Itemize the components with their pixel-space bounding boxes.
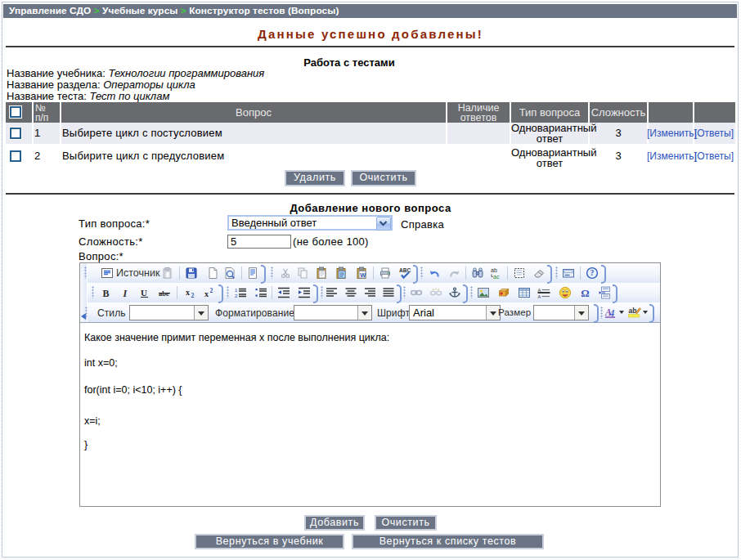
svg-text:2: 2 xyxy=(210,287,213,294)
svg-text:2: 2 xyxy=(235,293,238,298)
svg-text:A: A xyxy=(538,294,541,299)
svg-text:x: x xyxy=(204,289,209,298)
svg-text:ab: ab xyxy=(629,307,637,315)
svg-text:1: 1 xyxy=(235,288,238,293)
svg-text:2: 2 xyxy=(191,292,195,299)
svg-text:ABC: ABC xyxy=(399,267,411,273)
svg-text:x: x xyxy=(186,288,190,297)
svg-text:Ω: Ω xyxy=(581,287,589,299)
svg-text:I: I xyxy=(123,288,128,299)
svg-text:ab: ab xyxy=(491,267,497,273)
svg-text:?: ? xyxy=(591,269,595,277)
svg-text:4: 4 xyxy=(609,308,615,318)
svg-text:B: B xyxy=(103,288,110,299)
svg-text:ac: ac xyxy=(493,274,500,280)
svg-text:U: U xyxy=(141,288,147,298)
svg-text:A: A xyxy=(538,288,541,293)
svg-text:W: W xyxy=(360,271,366,279)
